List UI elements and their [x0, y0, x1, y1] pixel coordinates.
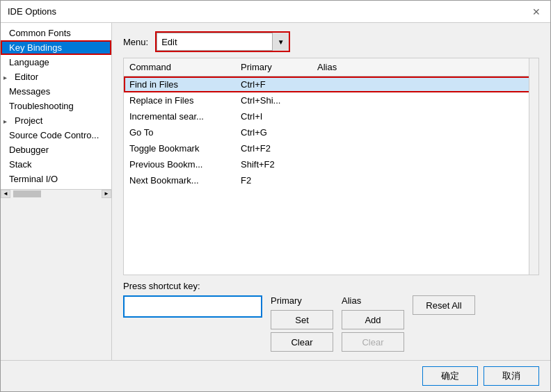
table-cell-command: Find in Files: [124, 78, 235, 91]
menu-label: Menu:: [123, 37, 148, 47]
shortcut-row: Primary Set Clear Alias Add Clear Rese: [123, 295, 539, 352]
sidebar-hscrollbar[interactable]: ◄ ►: [1, 189, 111, 197]
dialog-title: IDE Options: [8, 6, 56, 17]
sidebar-item-language[interactable]: Language: [1, 55, 111, 70]
sidebar: Common FontsKey BindingsLanguage▸EditorM…: [1, 23, 112, 360]
shortcut-input[interactable]: [123, 295, 262, 318]
table-row[interactable]: Find in Files Ctrl+F: [124, 76, 538, 92]
primary-set-button[interactable]: Set: [271, 310, 333, 329]
table-cell-command: Next Bookmark...: [124, 174, 235, 187]
sidebar-item-troubleshooting[interactable]: Troubleshooting: [1, 99, 111, 113]
table-row[interactable]: Previous Bookm... Shift+F2: [124, 156, 538, 172]
menu-row: Menu: FileEditSearchViewProjectRunToolsW…: [123, 31, 539, 52]
sidebar-item-key-bindings[interactable]: Key Bindings: [1, 40, 111, 55]
table-row[interactable]: Replace in Files Ctrl+Shi...: [124, 92, 538, 108]
sidebar-item-terminal-io[interactable]: Terminal I/O: [1, 172, 111, 186]
shortcut-section: Press shortcut key: Primary Set Clear: [123, 281, 539, 352]
sidebar-item-editor[interactable]: ▸Editor: [1, 70, 111, 84]
sidebar-item-label: Project: [15, 115, 42, 126]
main-panel: Menu: FileEditSearchViewProjectRunToolsW…: [112, 23, 550, 360]
table-cell-primary: F2: [235, 174, 312, 187]
table-cell-command: Go To: [124, 126, 235, 139]
table-vscrollbar[interactable]: [529, 58, 538, 275]
col-alias: Alias: [312, 60, 538, 74]
ide-options-dialog: IDE Options ✕ Common FontsKey BindingsLa…: [0, 0, 551, 392]
sidebar-item-stack[interactable]: Stack: [1, 157, 111, 172]
commands-table-header: Command Primary Alias: [124, 58, 538, 76]
table-row[interactable]: Next Bookmark... F2: [124, 172, 538, 188]
menu-select[interactable]: FileEditSearchViewProjectRunToolsWindowH…: [157, 33, 289, 51]
table-cell-primary: Ctrl+I: [235, 110, 312, 123]
sidebar-item-project[interactable]: ▸Project: [1, 113, 111, 128]
hscroll-track: [10, 190, 102, 198]
alias-group-label: Alias: [342, 295, 404, 306]
expand-icon: ▸: [3, 117, 15, 125]
primary-group-label: Primary: [271, 295, 333, 306]
table-row[interactable]: Toggle Bookmark Ctrl+F2: [124, 140, 538, 156]
close-button[interactable]: ✕: [529, 5, 543, 19]
shortcut-groups: Primary Set Clear Alias Add Clear Rese: [271, 295, 475, 352]
dialog-footer: 确定 取消: [1, 360, 550, 391]
primary-group: Primary Set Clear: [271, 295, 333, 352]
col-primary: Primary: [235, 60, 312, 74]
alias-group: Alias Add Clear: [342, 295, 404, 352]
sidebar-item-common-fonts[interactable]: Common Fonts: [1, 26, 111, 40]
press-shortcut-label: Press shortcut key:: [123, 281, 539, 291]
primary-clear-button[interactable]: Clear: [271, 332, 333, 352]
table-cell-alias: [312, 110, 538, 123]
table-cell-command: Toggle Bookmark: [124, 142, 235, 155]
commands-table-body: Find in Files Ctrl+F Replace in Files Ct…: [124, 76, 538, 275]
alias-add-button[interactable]: Add: [342, 310, 404, 329]
sidebar-item-debugger[interactable]: Debugger: [1, 142, 111, 157]
sidebar-item-messages[interactable]: Messages: [1, 84, 111, 99]
commands-table: Command Primary Alias Find in Files Ctrl…: [123, 58, 539, 275]
table-cell-command: Replace in Files: [124, 94, 235, 107]
cancel-button[interactable]: 取消: [484, 366, 539, 386]
reset-all-wrapper: Reset All: [413, 295, 475, 315]
table-cell-alias: [312, 158, 538, 171]
table-cell-command: Previous Bookm...: [124, 158, 235, 171]
sidebar-item-label: Editor: [15, 72, 38, 82]
table-cell-alias: [312, 78, 538, 91]
table-cell-alias: [312, 142, 538, 155]
hscroll-right-arrow[interactable]: ►: [102, 190, 111, 198]
table-row[interactable]: Go To Ctrl+G: [124, 124, 538, 140]
table-cell-alias: [312, 126, 538, 139]
table-cell-alias: [312, 94, 538, 107]
title-bar: IDE Options ✕: [1, 1, 550, 23]
menu-select-wrapper: FileEditSearchViewProjectRunToolsWindowH…: [155, 31, 290, 52]
table-cell-primary: Ctrl+F2: [235, 142, 312, 155]
table-cell-primary: Ctrl+G: [235, 126, 312, 139]
alias-clear-button[interactable]: Clear: [342, 332, 404, 352]
reset-all-button[interactable]: Reset All: [413, 295, 475, 315]
ok-button[interactable]: 确定: [422, 366, 478, 386]
table-cell-command: Incremental sear...: [124, 110, 235, 123]
col-command: Command: [124, 60, 235, 74]
shortcut-input-wrapper: [123, 295, 262, 318]
hscroll-thumb[interactable]: [13, 190, 41, 197]
sidebar-list: Common FontsKey BindingsLanguage▸EditorM…: [1, 23, 112, 189]
table-cell-primary: Ctrl+Shi...: [235, 94, 312, 107]
table-row[interactable]: Incremental sear... Ctrl+I: [124, 108, 538, 124]
expand-icon: ▸: [3, 74, 15, 81]
table-cell-primary: Shift+F2: [235, 158, 312, 171]
hscroll-left-arrow[interactable]: ◄: [1, 190, 10, 198]
dialog-body: Common FontsKey BindingsLanguage▸EditorM…: [1, 23, 550, 360]
sidebar-item-source-code-control[interactable]: Source Code Contro...: [1, 128, 111, 142]
table-cell-alias: [312, 174, 538, 187]
table-cell-primary: Ctrl+F: [235, 78, 312, 91]
